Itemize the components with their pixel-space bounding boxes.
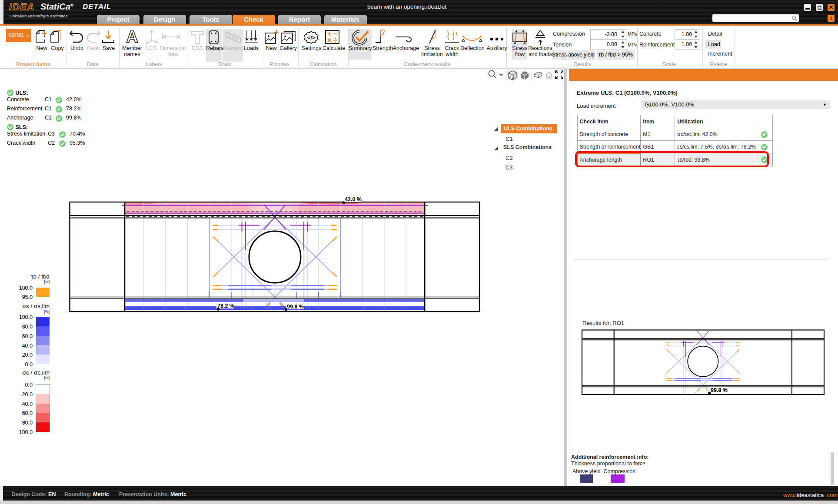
svg-text:99.8 %: 99.8 % <box>711 387 728 393</box>
svg-text:78.2 %: 78.2 % <box>217 303 234 309</box>
svg-text:A: A <box>126 29 138 45</box>
svg-text:99.8 %: 99.8 % <box>287 304 304 310</box>
svg-text:</>: </> <box>307 34 316 41</box>
svg-text:42.0 %: 42.0 % <box>345 196 362 202</box>
